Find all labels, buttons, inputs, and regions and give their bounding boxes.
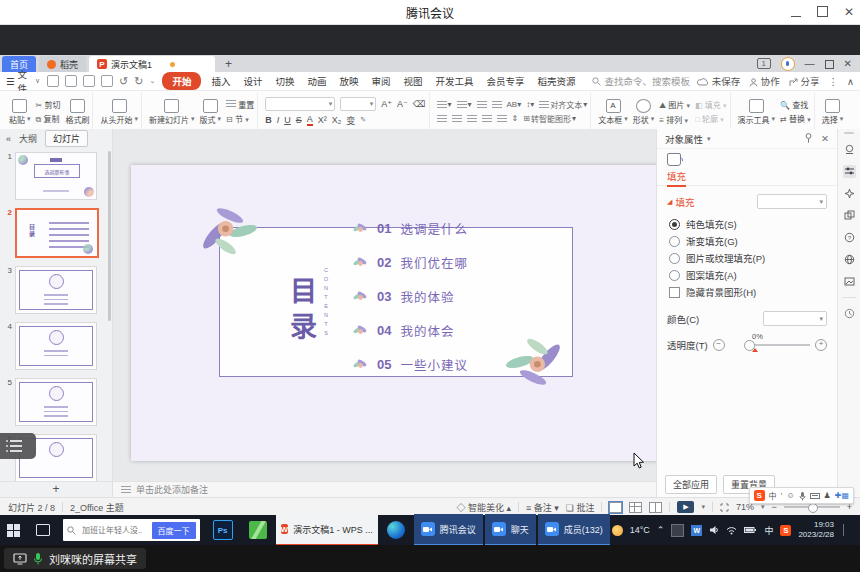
tab-docer[interactable]: 稻壳 — [39, 56, 86, 72]
section-collapse-icon[interactable]: ◢ — [667, 198, 672, 206]
share-button[interactable]: 分享 — [789, 74, 820, 88]
pin-icon[interactable] — [804, 133, 813, 143]
floating-list-widget[interactable] — [0, 433, 36, 459]
speaker-icon[interactable] — [709, 525, 719, 535]
ime-keyboard-icon[interactable] — [810, 492, 820, 500]
beautify-button[interactable]: ◇ 智能美化 ▴ — [456, 501, 511, 514]
ime-punct-icon[interactable]: ’ — [781, 491, 783, 500]
fit-window-icon[interactable] — [720, 503, 729, 512]
char-spacing-icon[interactable]: AB▾ — [507, 100, 522, 109]
maximize-icon[interactable] — [817, 3, 828, 21]
current-slide[interactable]: 目录 CONTENTS 01 选调是什么 02 我们优在哪 — [131, 165, 658, 461]
align-right-icon[interactable] — [467, 115, 477, 123]
screen-share-chip[interactable]: 刘咪咪的屏幕共享 — [4, 548, 146, 569]
seal-tool-icon[interactable] — [843, 143, 856, 156]
font-color-button[interactable]: A — [307, 114, 313, 126]
slideshow-play-button[interactable]: ▶ — [677, 501, 694, 513]
tray-expand-icon[interactable]: ⌃ — [657, 525, 665, 535]
taskbar-photoshop[interactable]: Ps — [206, 515, 240, 545]
comments-button[interactable]: ❏ 批注 — [566, 501, 595, 514]
subscript-button[interactable]: X₂ — [332, 115, 342, 125]
menu-item-devtools[interactable]: 开发工具 — [433, 73, 477, 89]
wps-minimize-icon[interactable]: — — [805, 58, 815, 69]
show-desktop-strip[interactable] — [843, 524, 854, 536]
tray-wps-icon[interactable]: W — [691, 525, 702, 536]
weather-icon[interactable] — [612, 525, 623, 536]
tray-app-icon[interactable] — [671, 524, 684, 537]
clear-format-icon[interactable]: ⌫ — [413, 99, 426, 109]
collapse-ribbon-icon[interactable]: ∧ — [847, 76, 854, 87]
slider-knob[interactable] — [744, 340, 755, 351]
color-select[interactable]: ▾ — [763, 311, 827, 326]
toc-item-2[interactable]: 02 我们优在哪 — [353, 251, 468, 273]
menu-item-insert[interactable]: 插入 — [208, 73, 233, 89]
para-spacing-icon[interactable]: ⇕ — [512, 114, 519, 123]
sogou-ime-bar[interactable]: S 中 ’ ☺ ♟ ✚▦ — [749, 487, 854, 504]
wps-restore-icon[interactable] — [825, 55, 834, 73]
layout-button[interactable]: 版式▾ — [199, 99, 221, 125]
sidebar-scrollbar[interactable] — [108, 151, 111, 321]
option-gradient-fill[interactable]: 渐变填充(G) — [669, 234, 827, 248]
replace-button[interactable]: ⇄ 替换 ▾ — [780, 113, 811, 124]
taskbar-chat-window[interactable]: 聊天 — [485, 514, 536, 546]
strikethrough-button[interactable]: S — [296, 115, 302, 125]
print-icon[interactable] — [83, 75, 95, 87]
baidu-search-button[interactable]: 百度一下 — [152, 522, 196, 539]
notes-bar[interactable]: 单击此处添加备注 — [113, 481, 656, 497]
decrease-font-icon[interactable]: A⁻ — [397, 99, 408, 109]
copy-button[interactable]: ⧉ 复制 — [36, 113, 61, 125]
menu-item-transition[interactable]: 切换 — [272, 73, 297, 89]
toc-item-3[interactable]: 03 我的体验 — [353, 285, 468, 307]
menu-item-view[interactable]: 视图 — [400, 73, 425, 89]
menu-item-animation[interactable]: 动画 — [304, 73, 329, 89]
outdent-icon[interactable] — [477, 101, 487, 109]
align-center-icon[interactable] — [452, 115, 462, 123]
align-text-button[interactable]: 对齐文本 ▾ — [539, 99, 587, 110]
option-solid-fill[interactable]: 纯色填充(S) — [669, 217, 827, 231]
new-tab-button[interactable]: + — [215, 56, 242, 72]
slide-thumbnail-5[interactable] — [15, 378, 97, 426]
task-view-button[interactable] — [29, 515, 57, 545]
menu-item-member[interactable]: 会员专享 — [484, 73, 528, 89]
taskbar-edge[interactable] — [380, 515, 412, 545]
text-box-button[interactable]: A文本框▾ — [598, 99, 628, 125]
underline-button[interactable]: U — [284, 115, 291, 125]
taskbar-search[interactable]: 百度一下 — [63, 519, 200, 541]
line-spacing-icon[interactable]: ↕▾ — [526, 100, 534, 109]
transparency-plus-button[interactable]: + — [815, 339, 827, 351]
italic-button[interactable]: I — [277, 115, 280, 125]
theme-name[interactable]: 2_Office 主题 — [70, 501, 124, 514]
ime-skin-icon[interactable]: ♟ — [824, 491, 831, 500]
outline-tab[interactable]: 大纲 — [19, 132, 37, 145]
editing-canvas[interactable]: 目录 CONTENTS 01 选调是什么 02 我们优在哪 — [113, 129, 656, 497]
window-badge[interactable]: 1 — [757, 58, 771, 69]
fill-preset-select[interactable]: ▾ — [757, 194, 827, 209]
meeting-mic-icon[interactable] — [781, 57, 795, 71]
bullet-list-icon[interactable]: ▾ — [437, 100, 452, 109]
number-list-icon[interactable]: ▾ — [457, 100, 472, 109]
ime-toolbox-icon[interactable]: ✚▦ — [835, 491, 849, 500]
distribute-icon[interactable] — [497, 115, 507, 123]
taskbar-search-input[interactable] — [80, 525, 144, 536]
option-hide-background[interactable]: 隐藏背景图形(H) — [669, 285, 827, 299]
minimize-icon[interactable] — [791, 3, 801, 21]
paste-button[interactable]: 粘贴▾ — [9, 99, 31, 125]
option-pattern-fill[interactable]: 图案填充(A) — [669, 268, 827, 282]
transparency-slider[interactable]: 0% — [746, 344, 810, 346]
start-button[interactable] — [0, 515, 27, 545]
highlight-color-icon[interactable]: ✎ — [360, 116, 366, 124]
taskbar-clock[interactable]: 19:03 2023/2/28 — [798, 520, 834, 540]
font-size-select[interactable]: ▾ — [340, 97, 376, 111]
play-options-icon[interactable]: ▾ — [701, 503, 705, 511]
more-menu-icon[interactable]: ⋮ — [829, 76, 839, 87]
menu-item-docer-res[interactable]: 稻壳资源 — [535, 73, 579, 89]
taskbar-meeting-window[interactable]: 腾讯会议 — [414, 514, 483, 546]
undo-icon[interactable]: ↺ — [119, 75, 128, 88]
slide-thumbnail-3[interactable] — [15, 266, 97, 314]
cut-button[interactable]: ✂ 剪切 — [36, 99, 61, 110]
fill-tab[interactable]: 填充 — [667, 169, 686, 187]
toc-item-4[interactable]: 04 我的体会 — [353, 319, 468, 341]
font-name-select[interactable]: ▾ — [265, 97, 335, 111]
bold-button[interactable]: B — [265, 115, 272, 125]
taskbar-green-app[interactable] — [242, 515, 274, 545]
